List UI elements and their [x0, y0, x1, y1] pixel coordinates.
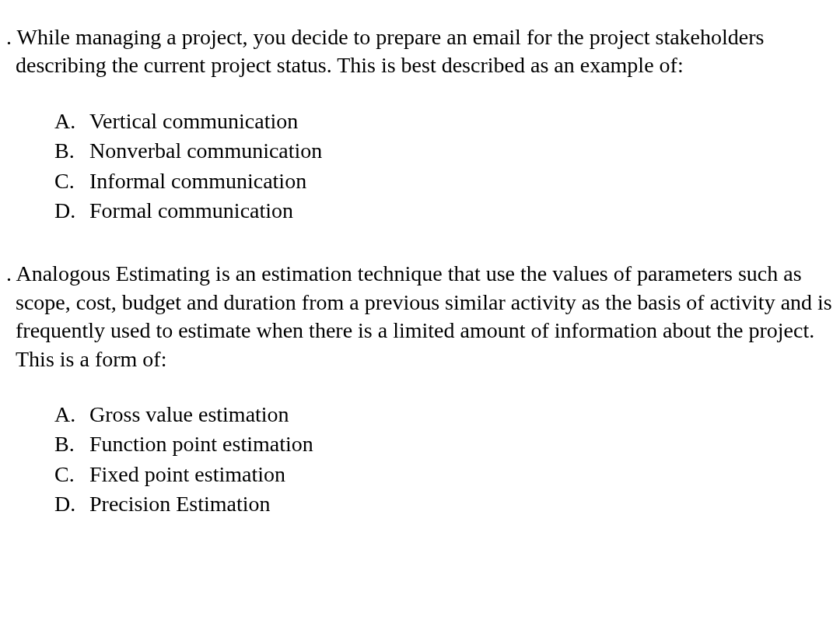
option-text: Gross value estimation [89, 401, 832, 429]
option-item: C. Fixed point estimation [54, 461, 832, 489]
option-text: Informal communication [89, 167, 832, 195]
question-block: While managing a project, you decide to … [0, 23, 832, 225]
option-letter: A. [54, 107, 89, 135]
option-letter: A. [54, 401, 89, 429]
option-item: C. Informal communication [54, 167, 832, 195]
option-item: A. Gross value estimation [54, 401, 832, 429]
question-text: While managing a project, you decide to … [0, 23, 832, 80]
question-text: Analogous Estimating is an estimation te… [0, 260, 832, 373]
options-list: A. Vertical communication B. Nonverbal c… [0, 107, 832, 226]
options-list: A. Gross value estimation B. Function po… [0, 401, 832, 519]
option-text: Fixed point estimation [89, 461, 832, 489]
option-text: Nonverbal communication [89, 137, 832, 165]
option-text: Formal communication [89, 197, 832, 225]
option-letter: D. [54, 490, 89, 518]
option-text: Precision Estimation [89, 490, 832, 518]
option-letter: D. [54, 197, 89, 225]
option-text: Function point estimation [89, 430, 832, 458]
option-letter: C. [54, 461, 89, 489]
option-item: B. Nonverbal communication [54, 137, 832, 165]
option-item: A. Vertical communication [54, 107, 832, 135]
question-block: Analogous Estimating is an estimation te… [0, 260, 832, 518]
option-text: Vertical communication [89, 107, 832, 135]
option-letter: C. [54, 167, 89, 195]
option-letter: B. [54, 137, 89, 165]
option-item: D. Precision Estimation [54, 490, 832, 518]
option-item: D. Formal communication [54, 197, 832, 225]
option-item: B. Function point estimation [54, 430, 832, 458]
option-letter: B. [54, 430, 89, 458]
